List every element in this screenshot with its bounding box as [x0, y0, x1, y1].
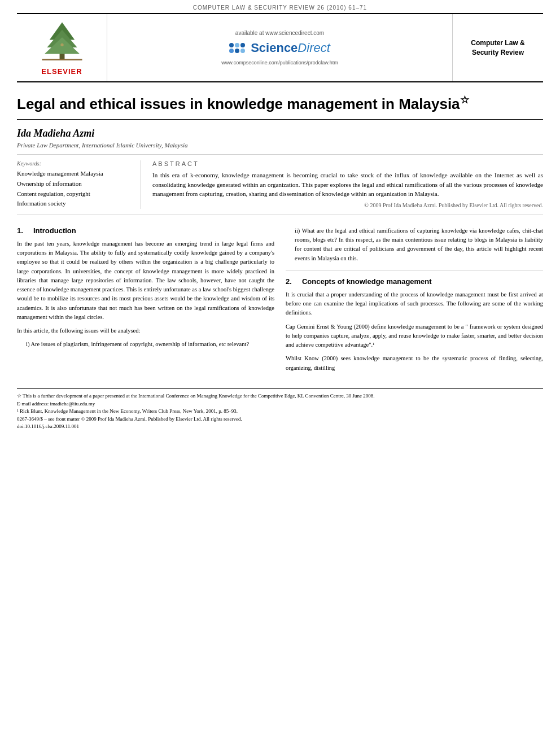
- svg-rect-4: [42, 59, 82, 60]
- sciencedirect-logo: ScienceDirect: [229, 41, 330, 55]
- section1-title: 1. Introduction: [17, 226, 274, 235]
- left-column: 1. Introduction In the past ten years, k…: [17, 226, 274, 377]
- section1-number: 1.: [17, 226, 23, 235]
- author-section: Ida Madieha Azmi Private Law Department,…: [17, 128, 543, 148]
- footnote-ref1: ¹ Rick Blunt, Knowledge Management in th…: [17, 408, 543, 416]
- section-divider: [286, 270, 543, 270]
- section1-heading: Introduction: [33, 226, 76, 235]
- available-text: available at www.sciencedirect.com: [235, 30, 324, 36]
- section2-number: 2.: [286, 277, 292, 286]
- elsevier-name: ELSEVIER: [41, 67, 82, 76]
- website-url: www.compseconline.com/publications/prodc…: [221, 60, 338, 65]
- journal-title: COMPUTER LAW & SECURITY REVIEW 26 (2010)…: [193, 5, 367, 11]
- abstract-label: ABSTRACT: [152, 160, 543, 167]
- content-divider: [17, 215, 543, 215]
- section1-para1: In the past ten years, knowledge managem…: [17, 239, 274, 322]
- keyword-3: Content regulation, copyright: [17, 189, 132, 199]
- keywords-label: Keywords:: [17, 160, 132, 167]
- sd-dots-icon: [229, 43, 247, 53]
- section2-para3: Whilst Know (2000) sees knowledge manage…: [286, 354, 543, 373]
- abstract-column: ABSTRACT In this era of k-economy, knowl…: [152, 160, 543, 208]
- section2-para2: Cap Gemini Ernst & Young (2000) define k…: [286, 322, 543, 350]
- section1-para2: In this article, the following issues wi…: [17, 326, 274, 335]
- journal-name-text: Computer Law & Security Review: [458, 38, 537, 58]
- sciencedirect-block: available at www.sciencedirect.com Scien…: [107, 14, 453, 81]
- svg-point-5: [60, 43, 63, 46]
- journal-header: COMPUTER LAW & SECURITY REVIEW 26 (2010)…: [0, 0, 560, 13]
- copyright-notice: © 2009 Prof Ida Madieha Azmi. Published …: [152, 202, 543, 208]
- footnotes-section: ☆ This is a further development of a pap…: [17, 388, 543, 431]
- sciencedirect-text: ScienceDirect: [251, 41, 330, 55]
- article-title: Legal and ethical issues in knowledge ma…: [17, 94, 543, 113]
- footnote-issn: 0267-3649/$ – see front matter © 2009 Pr…: [17, 416, 543, 423]
- section2-para1: It is crucial that a proper understandin…: [286, 290, 543, 318]
- journal-name-block: Computer Law & Security Review: [453, 14, 543, 81]
- divider: [17, 154, 543, 155]
- right-column: ii) What are the legal and ethical ramif…: [286, 226, 543, 377]
- keyword-4: Information society: [17, 199, 132, 209]
- article-title-section: Legal and ethical issues in knowledge ma…: [17, 94, 543, 120]
- elsevier-logo-block: ELSEVIER: [17, 14, 107, 81]
- page: COMPUTER LAW & SECURITY REVIEW 26 (2010)…: [0, 0, 560, 747]
- section2-heading: Concepts of knowledge management: [302, 277, 432, 286]
- publisher-header: ELSEVIER available at www.sciencedirect.…: [17, 13, 543, 82]
- author-name: Ida Madieha Azmi: [17, 128, 543, 139]
- abstract-section: Keywords: Knowledge management Malaysia …: [17, 160, 543, 208]
- footnote-email: E-mail address: imadieha@iiu.edu.my: [17, 400, 543, 408]
- main-content: 1. Introduction In the past ten years, k…: [17, 226, 543, 377]
- author-affiliation: Private Law Department, International Is…: [17, 142, 543, 148]
- keywords-column: Keywords: Knowledge management Malaysia …: [17, 160, 141, 208]
- section1-list-item1: i) Are issues of plagiarism, infringemen…: [26, 340, 274, 349]
- footnote-doi: doi:10.1016/j.clsr.2009.11.001: [17, 423, 543, 431]
- star-footnote: ☆: [460, 94, 469, 106]
- section1-list-item2: ii) What are the legal and ethical ramif…: [295, 226, 543, 263]
- footnote-star: ☆ This is a further development of a pap…: [17, 392, 543, 400]
- elsevier-tree-icon: [28, 20, 96, 65]
- section2-title: 2. Concepts of knowledge management: [286, 277, 543, 286]
- abstract-text: In this era of k-economy, knowledge mana…: [152, 171, 543, 199]
- keyword-1: Knowledge management Malaysia: [17, 169, 132, 179]
- keyword-2: Ownership of information: [17, 179, 132, 189]
